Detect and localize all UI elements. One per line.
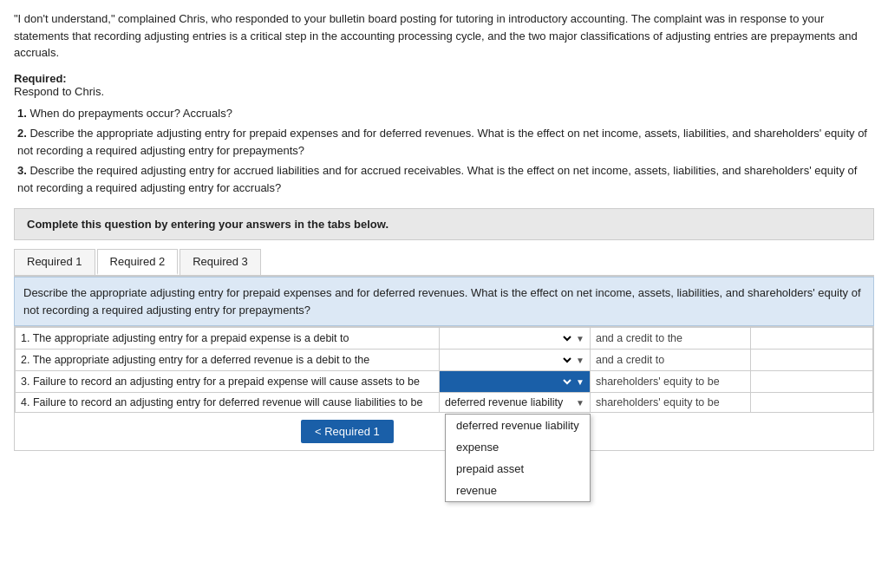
item-num: 1. [17, 107, 27, 120]
row4-dropdown-display[interactable]: deferred revenue liability ▼ [445, 396, 584, 408]
row2-dropdown[interactable]: deferred revenue liability expense prepa… [445, 353, 574, 367]
table-row: 1. The appropriate adjusting entry for a… [16, 328, 873, 350]
row4-input[interactable] [756, 396, 867, 408]
list-item: 2. Describe the appropriate adjusting en… [17, 125, 874, 159]
tab-required1[interactable]: Required 1 [14, 249, 95, 275]
tab-required2[interactable]: Required 2 [97, 249, 179, 275]
option-revenue[interactable]: revenue [446, 480, 590, 501]
dropdown-arrow-icon: ▼ [576, 356, 584, 365]
list-item: 3. Describe the required adjusting entry… [17, 162, 874, 196]
list-item: 1. When do prepayments occur? Accruals? [17, 105, 874, 122]
row4-middle-text: shareholders' equity to be [590, 393, 750, 413]
dropdown-arrow-icon: ▼ [576, 398, 584, 408]
option-prepaid-asset[interactable]: prepaid asset [446, 458, 590, 480]
row1-dropdown[interactable]: deferred revenue liability expense prepa… [445, 331, 574, 345]
numbered-list: 1. When do prepayments occur? Accruals? … [17, 105, 874, 197]
table-row: 3. Failure to record an adjusting entry … [16, 371, 873, 393]
row4-dropdown-menu[interactable]: deferred revenue liability expense prepa… [445, 414, 591, 502]
dropdown-arrow-icon: ▼ [576, 377, 584, 387]
prev-required-button[interactable]: < Required 1 [301, 420, 394, 443]
row1-input-cell[interactable] [750, 328, 872, 350]
row1-middle-text: and a credit to the [590, 328, 750, 350]
required-sublabel: Respond to Chris. [14, 85, 874, 98]
row4-input-cell[interactable] [750, 393, 872, 413]
row3-dropdown-cell[interactable]: deferred revenue liability expense prepa… [440, 371, 591, 393]
row1-input[interactable] [756, 332, 867, 344]
row3-input-cell[interactable] [750, 371, 872, 393]
row4-dropdown-cell[interactable]: deferred revenue liability ▼ deferred re… [440, 393, 591, 413]
item-num: 3. [17, 164, 27, 177]
item-num: 2. [17, 127, 27, 140]
item-text: Describe the required adjusting entry fo… [17, 164, 857, 194]
item-text: Describe the appropriate adjusting entry… [17, 127, 867, 157]
table-row: 2. The appropriate adjusting entry for a… [16, 350, 873, 371]
tab-required3[interactable]: Required 3 [180, 249, 261, 275]
row3-middle-text: shareholders' equity to be [590, 371, 750, 393]
row2-middle-text: and a credit to [590, 350, 750, 371]
row2-dropdown-cell[interactable]: deferred revenue liability expense prepa… [440, 350, 591, 371]
row2-label: 2. The appropriate adjusting entry for a… [16, 350, 440, 371]
table-row: 4. Failure to record an adjusting entry … [16, 393, 873, 413]
row2-input[interactable] [756, 354, 867, 366]
tabs-row: Required 1 Required 2 Required 3 [14, 249, 874, 277]
nav-row: < Required 1 [15, 413, 873, 450]
intro-paragraph: "I don't understand," complained Chris, … [14, 10, 874, 62]
dropdown-arrow-icon: ▼ [576, 334, 584, 343]
row1-label: 1. The appropriate adjusting entry for a… [16, 328, 440, 350]
row1-dropdown-cell[interactable]: deferred revenue liability expense prepa… [440, 328, 591, 350]
description-box: Describe the appropriate adjusting entry… [14, 277, 874, 326]
row3-dropdown[interactable]: deferred revenue liability expense prepa… [445, 375, 574, 389]
row3-input[interactable] [756, 376, 867, 388]
option-expense[interactable]: expense [446, 436, 590, 458]
required-label: Required: [14, 72, 874, 85]
complete-box: Complete this question by entering your … [14, 208, 874, 240]
item-text: When do prepayments occur? Accruals? [29, 107, 232, 120]
option-deferred-revenue-liability[interactable]: deferred revenue liability [446, 415, 590, 436]
table-area: 1. The appropriate adjusting entry for a… [14, 326, 874, 451]
row4-selected-value: deferred revenue liability [445, 396, 563, 408]
intro-section: "I don't understand," complained Chris, … [14, 10, 874, 196]
row4-label: 4. Failure to record an adjusting entry … [16, 393, 440, 413]
row3-label: 3. Failure to record an adjusting entry … [16, 371, 440, 393]
answer-table: 1. The appropriate adjusting entry for a… [15, 327, 873, 413]
row2-input-cell[interactable] [750, 350, 872, 371]
